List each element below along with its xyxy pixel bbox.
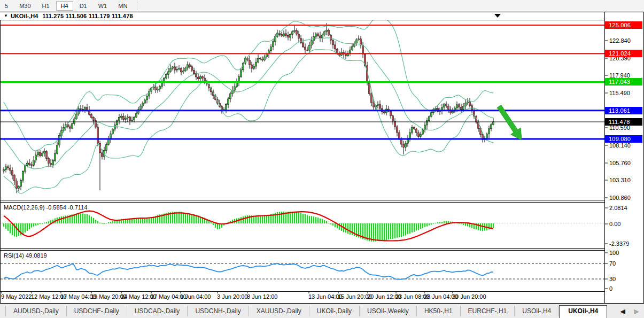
chart-tab-eurchf-h1[interactable]: EURCHF-,H1 [461, 306, 515, 316]
chart-tab-ukoil-daily[interactable]: UKOil-,Daily [309, 306, 360, 316]
price-axis-tick: 103.310 [609, 177, 631, 183]
toolbar-separator [137, 2, 137, 10]
chart-header: ▼ UKOil-,H4 111.275 111.506 111.179 111.… [0, 12, 604, 20]
chart-tab-ukoil-h4[interactable]: UKOil-,H4 [559, 305, 607, 318]
rsi-axis-tick: 30 [609, 276, 616, 282]
price-level-badge: 117.043 [605, 78, 642, 86]
timeframe-toolbar: 5M30H1H4D1W1MN [0, 0, 644, 12]
price-level-badge: 113.061 [605, 107, 642, 114]
chart-tab-bar: AUDUSD-,DailyUSDCHF-,DailyUSDCAD-,DailyU… [0, 304, 644, 318]
chart-symbol-label: UKOil-,H4 [11, 13, 38, 19]
timeframe-button-d1[interactable]: D1 [75, 1, 92, 11]
macd-axis-tick: -2.3379 [609, 241, 629, 247]
rsi-axis-tick: 70 [609, 260, 616, 267]
price-level-badge: 121.024 [605, 50, 642, 57]
chart-tab-audusd-daily[interactable]: AUDUSD-,Daily [5, 306, 67, 316]
main-panel-top-border [1, 20, 604, 20]
tab-scroll-right-icon[interactable]: ► [632, 307, 641, 316]
rsi-indicator-label: RSI(14) 49.0819 [4, 252, 47, 259]
time-axis-label: 8 Jun 12:00 [247, 293, 278, 300]
tab-scroll-nav: ◄► [618, 307, 641, 316]
chart-tab-usoil-weekly[interactable]: USOil-,Weekly [360, 306, 417, 316]
time-axis-label: 3 Jun 20:00 [217, 293, 248, 300]
chart-tab-usdcnh-daily[interactable]: USDCNH-,Daily [188, 306, 249, 316]
timeframe-button-h4[interactable]: H4 [56, 1, 73, 11]
price-axis-tick: 108.140 [609, 142, 631, 149]
symbol-dropdown-icon[interactable]: ▼ [4, 13, 8, 18]
rsi-axis-tick: 100 [609, 250, 619, 256]
price-level-badge: 109.080 [605, 135, 642, 143]
timeframe-button-m30[interactable]: M30 [14, 1, 35, 11]
macd-indicator-label: MACD(12,26,9) -0.5854 -0.7114 [4, 204, 87, 211]
price-level-badge: 111.478 [605, 118, 642, 126]
tab-scroll-left-icon[interactable]: ◄ [618, 307, 627, 316]
timeframe-button-h1[interactable]: H1 [37, 1, 55, 11]
time-axis-label: 9 May 2022 [1, 293, 32, 300]
chart-tab-usdchf-daily[interactable]: USDCHF-,Daily [67, 306, 127, 316]
price-level-badge: 125.006 [605, 21, 642, 29]
price-axis-tick: 105.760 [609, 160, 631, 166]
rsi-bottom-border [1, 291, 604, 292]
macd-axis-tick: 2.0814 [609, 205, 627, 211]
timeframe-button-5[interactable]: 5 [0, 1, 13, 11]
rsi-axis-tick: 0 [609, 285, 612, 292]
chart-tab-xauusd-daily[interactable]: XAUUSD-,Daily [249, 306, 309, 316]
macd-top-border [1, 202, 604, 203]
macd-axis-tick: 0.00 [609, 221, 620, 227]
time-axis-label: 30 Jun 20:00 [452, 293, 486, 300]
chart-tab-usoil-h4[interactable]: USOil-,H4 [515, 306, 559, 316]
chart-tab-hk50-h1[interactable]: HK50-,H1 [417, 306, 461, 316]
time-axis-label: 1 Jun 04:00 [180, 293, 211, 300]
timeframe-button-mn[interactable]: MN [113, 1, 132, 11]
price-axis-tick: 100.860 [609, 195, 631, 201]
price-axis-tick: 122.840 [609, 37, 631, 44]
price-axis-tick: 115.490 [609, 90, 630, 96]
chart-window [0, 12, 644, 304]
chart-tab-usdcad-daily[interactable]: USDCAD-,Daily [127, 306, 188, 316]
rsi-top-border [1, 250, 604, 251]
chart-ohlc-values: 111.275 111.506 111.179 111.478 [42, 13, 133, 19]
trading-terminal-screen: 5M30H1H4D1W1MN ▼ UKOil-,H4 111.275 111.5… [0, 0, 644, 318]
timeframe-button-w1[interactable]: W1 [94, 1, 112, 11]
